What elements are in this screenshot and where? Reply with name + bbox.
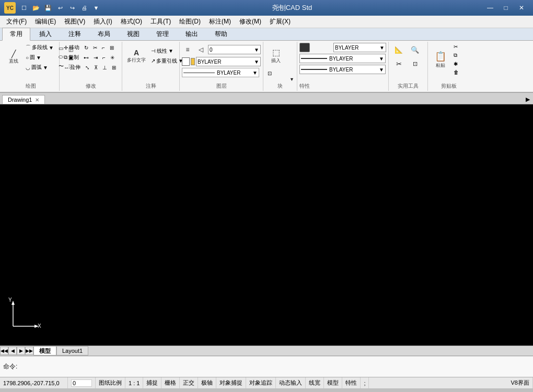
tab-view[interactable]: 视图 — [119, 28, 147, 40]
tab-help[interactable]: 帮助 — [207, 28, 235, 40]
tab-common[interactable]: 常用 — [2, 28, 30, 41]
btn-join[interactable]: ⊞ — [110, 64, 118, 72]
props-lineweight-dropdown[interactable]: BYLAYER ▼ — [299, 65, 386, 74]
layout-tab-model[interactable]: 模型 — [33, 346, 56, 355]
btn-props-color[interactable] — [299, 43, 310, 52]
props-linetype-dropdown[interactable]: BYLAYER ▼ — [299, 54, 386, 63]
qa-open-btn[interactable]: 📂 — [31, 3, 41, 13]
btn-isolate[interactable]: ⊡ — [407, 57, 423, 70]
btn-props-expand[interactable]: ▼ — [287, 75, 297, 84]
layer-controls: ≡ ◁ 0 ▼ BYLAYER ▼ — [182, 43, 261, 78]
btn-measure[interactable]: 📐 — [391, 43, 407, 56]
btn-move[interactable]: ✛ 移动 — [62, 43, 82, 52]
status-osnap[interactable]: 对象捕捉 — [216, 377, 246, 388]
qa-save-btn[interactable]: 💾 — [43, 3, 53, 13]
qa-more-btn[interactable]: ▼ — [91, 3, 101, 13]
menu-tools[interactable]: 工具(T) — [146, 16, 175, 28]
status-version[interactable]: V8界面 — [508, 377, 533, 388]
paste-icon: 📋 — [435, 51, 446, 62]
tab-annotation[interactable]: 注释 — [61, 28, 89, 40]
qa-undo-btn[interactable]: ↩ — [55, 3, 65, 13]
menu-view[interactable]: 视图(V) — [60, 16, 89, 28]
status-dynin[interactable]: 动态输入 — [276, 377, 306, 388]
status-snap[interactable]: 捕捉 — [143, 377, 161, 388]
btn-line[interactable]: ╱ 直线 — [4, 44, 23, 70]
btn-block-more[interactable]: ⊡ — [265, 69, 286, 77]
menu-modify[interactable]: 修改(M) — [235, 16, 265, 28]
scale-input-field[interactable] — [71, 379, 92, 387]
status-properties[interactable]: 特性 — [342, 377, 361, 388]
status-polar[interactable]: 极轴 — [198, 377, 216, 388]
layout-nav-next[interactable]: ▶ — [17, 347, 25, 355]
btn-mtext[interactable]: A 多行文字 — [124, 43, 148, 69]
btn-trim[interactable]: ✂ — [91, 44, 99, 52]
doc-tab-drawing1[interactable]: Drawing1 ✕ — [2, 95, 45, 104]
menu-draw[interactable]: 绘图(D) — [175, 16, 205, 28]
layer-color-swatch[interactable] — [191, 58, 195, 65]
close-btn[interactable]: ✕ — [514, 2, 529, 14]
minimize-btn[interactable]: — — [483, 2, 497, 14]
btn-cut[interactable]: ✂ — [451, 43, 461, 51]
btn-insert-block[interactable]: ⬚ 插入 — [265, 43, 286, 69]
btn-copy[interactable]: ⧉ 复制 — [62, 53, 81, 62]
menu-format[interactable]: 格式(O) — [117, 16, 146, 28]
btn-layer-prev[interactable]: ◁ — [195, 44, 206, 55]
props-color-dropdown[interactable]: BYLAYER ▼ — [333, 43, 386, 52]
btn-matchprop[interactable]: ✱ — [451, 60, 461, 68]
qa-redo-btn[interactable]: ↪ — [67, 3, 77, 13]
btn-copy2[interactable]: ⧉ — [451, 51, 461, 60]
tab-insert[interactable]: 插入 — [31, 28, 60, 40]
btn-break[interactable]: ⊥ — [100, 64, 109, 72]
menu-insert[interactable]: 插入(I) — [89, 16, 116, 28]
tab-output[interactable]: 输出 — [178, 28, 206, 40]
btn-explode[interactable]: ✳ — [108, 54, 117, 62]
tab-manage[interactable]: 管理 — [148, 28, 177, 40]
btn-id[interactable]: ✂ — [391, 57, 407, 70]
status-otrack[interactable]: 对象追踪 — [246, 377, 276, 388]
btn-quickcalc[interactable]: 🔍 — [407, 43, 423, 56]
btn-extend[interactable]: ⇥ — [91, 54, 100, 62]
status-lineweight[interactable]: 线宽 — [306, 377, 324, 388]
menu-edit[interactable]: 编辑(E) — [31, 16, 60, 28]
qa-print-btn[interactable]: 🖨 — [79, 3, 89, 13]
drawing-canvas[interactable]: X Y — [0, 104, 533, 346]
layer-current-dropdown[interactable]: 0 ▼ — [208, 45, 261, 54]
status-scale-input[interactable] — [68, 377, 96, 388]
tab-scroll-right-btn[interactable]: ▶ — [523, 95, 533, 104]
layout-tab-layout1[interactable]: Layout1 — [56, 346, 88, 355]
btn-array[interactable]: ⊞ — [108, 44, 116, 52]
status-grid[interactable]: 栅格 — [161, 377, 180, 388]
layout-nav-last[interactable]: ▶▶ — [25, 347, 33, 355]
qa-new-btn[interactable]: ☐ — [19, 3, 29, 13]
layer-linetype-dropdown[interactable]: BYLAYER ▼ — [182, 68, 259, 77]
btn-props-lineweight[interactable] — [321, 43, 332, 52]
btn-scale[interactable]: ⤡ — [83, 64, 91, 72]
btn-layer-manager[interactable]: ≡ — [182, 44, 193, 55]
btn-stretch[interactable]: ↔ 拉伸 — [62, 63, 83, 72]
btn-delete[interactable]: 🗑 — [451, 68, 461, 76]
status-model[interactable]: 模型 — [324, 377, 342, 388]
menu-file[interactable]: 文件(F) — [2, 16, 31, 28]
btn-polyline[interactable]: ⌒ 多段线▼ — [24, 43, 56, 52]
btn-chamfer[interactable]: ⌐ — [100, 54, 108, 62]
layer-color-dropdown[interactable]: BYLAYER ▼ — [196, 57, 261, 66]
btn-arc[interactable]: ◡ 圆弧▼ — [24, 63, 56, 72]
layout-nav-prev[interactable]: ◀ — [8, 347, 17, 355]
tab-layout[interactable]: 布局 — [90, 28, 118, 40]
btn-rotate[interactable]: ↻ — [82, 44, 90, 52]
menu-dimension[interactable]: 标注(M) — [205, 16, 235, 28]
doc-tab-close-btn[interactable]: ✕ — [35, 97, 39, 103]
maximize-btn[interactable]: □ — [499, 2, 513, 14]
status-scale-ratio[interactable]: 1 : 1 — [125, 377, 143, 388]
btn-props-linetype[interactable] — [310, 43, 321, 52]
btn-circle[interactable]: ○ 圆▼ — [24, 53, 56, 62]
btn-mirror[interactable]: ⊷ — [82, 54, 91, 62]
layout-nav-first[interactable]: ◀◀ — [0, 347, 8, 355]
btn-offset[interactable]: ⊼ — [92, 64, 100, 72]
btn-fillet[interactable]: ⌐ — [100, 44, 107, 52]
btn-paste[interactable]: 📋 粘贴 — [430, 46, 451, 73]
menu-extend[interactable]: 扩展(X) — [265, 16, 295, 28]
btn-layer-color[interactable] — [182, 57, 190, 66]
status-ortho[interactable]: 正交 — [180, 377, 198, 388]
horizontal-scrollbar[interactable] — [88, 346, 533, 355]
